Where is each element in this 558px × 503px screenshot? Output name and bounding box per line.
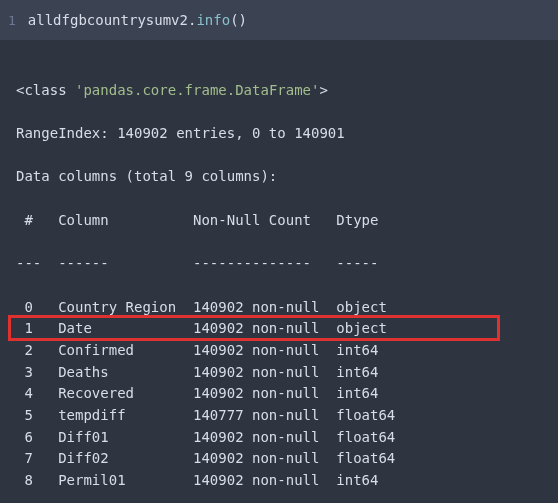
table-row: 4 Recovered 140902 non-null int64 [16, 383, 542, 405]
column-header: # Column Non-Null Count Dtype [16, 210, 542, 232]
class-line: <class 'pandas.core.frame.DataFrame'> [16, 80, 542, 102]
code-cell[interactable]: 1 alldfgbcountrysumv2.info() [0, 0, 558, 40]
range-index-line: RangeIndex: 140902 entries, 0 to 140901 [16, 123, 542, 145]
table-row: 3 Deaths 140902 non-null int64 [16, 362, 542, 384]
table-row: 0 Country_Region 140902 non-null object [16, 297, 542, 319]
table-row: 8 Permil01 140902 non-null int64 [16, 470, 542, 492]
rows-container: 0 Country_Region 140902 non-null object … [16, 297, 542, 492]
code-line: alldfgbcountrysumv2.info() [28, 12, 247, 28]
table-row: 2 Confirmed 140902 non-null int64 [16, 340, 542, 362]
code-method: info [196, 12, 230, 28]
data-columns-line: Data columns (total 9 columns): [16, 166, 542, 188]
table-row: 1 Date 140902 non-null object [16, 318, 542, 340]
table-row: 5 tempdiff 140777 non-null float64 [16, 405, 542, 427]
code-parens: () [230, 12, 247, 28]
table-row: 7 Diff02 140902 non-null float64 [16, 448, 542, 470]
line-number: 1 [8, 13, 16, 28]
code-variable: alldfgbcountrysumv2 [28, 12, 188, 28]
column-divider: --- ------ -------------- ----- [16, 253, 542, 275]
output-area: <class 'pandas.core.frame.DataFrame'> Ra… [0, 40, 558, 503]
table-row: 6 Diff01 140902 non-null float64 [16, 427, 542, 449]
